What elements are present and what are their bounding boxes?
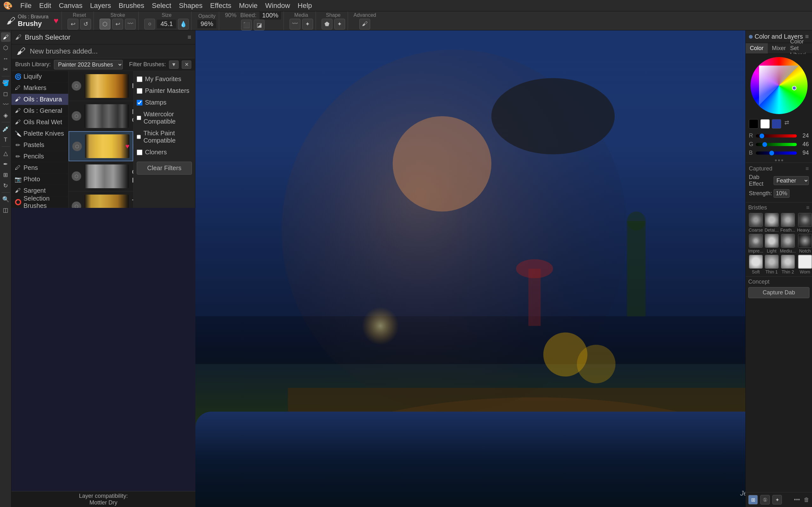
size-value[interactable]: 45.1: [157, 20, 176, 28]
color-wheel[interactable]: [751, 57, 808, 114]
transform-tool-btn[interactable]: ↔: [1, 54, 10, 63]
bristles-menu-btn[interactable]: ≡: [806, 205, 809, 211]
stroke-type-btn[interactable]: ⬡: [100, 19, 110, 30]
dab-effect-select[interactable]: Feather: [774, 176, 809, 185]
smear-tool-btn[interactable]: 〰: [1, 100, 10, 109]
clear-filters-button[interactable]: Clear Filters: [137, 162, 192, 175]
brush-item-buttery[interactable]: ⬡ Buttery: [68, 71, 133, 101]
bristle-thin2[interactable]: Thin 2: [780, 255, 796, 274]
bristle-heavy[interactable]: Heavy...: [797, 213, 812, 233]
brush-favorite-button[interactable]: ♥: [54, 16, 58, 26]
category-item-pastels[interactable]: ✏ Pastels: [11, 139, 68, 151]
thick-paint-compatible-checkbox[interactable]: [137, 134, 141, 140]
brush-item-chip-bristle[interactable]: ⬡ Chip Bristle: [68, 161, 133, 191]
more-options-btn[interactable]: •••: [794, 497, 800, 503]
opacity-value[interactable]: 96%: [197, 20, 216, 28]
captured-menu-btn[interactable]: ≡: [805, 165, 809, 172]
size-circle-btn[interactable]: ○: [144, 19, 155, 30]
eyedrop-tool-btn[interactable]: 💉: [1, 124, 10, 134]
crop-tool-btn[interactable]: ✂: [1, 65, 10, 74]
shape-type-btn[interactable]: ⬟: [322, 19, 333, 30]
rotate-tool-btn[interactable]: ↻: [1, 181, 10, 190]
menu-window[interactable]: Window: [265, 2, 290, 10]
media-blend-btn[interactable]: ◪: [254, 20, 264, 31]
undo-btn[interactable]: ↺: [80, 19, 91, 30]
capture-dab-button[interactable]: Capture Dab: [748, 287, 809, 298]
fill-tool-btn[interactable]: 🪣: [1, 78, 10, 88]
brush-panel-menu-btn[interactable]: ≡: [188, 34, 191, 41]
category-item-liquify[interactable]: 🌀 Liquify: [11, 71, 68, 82]
brush-item-brushy[interactable]: ⬡ Brushy ♥: [68, 131, 133, 161]
menu-layers[interactable]: Layers: [90, 2, 111, 10]
brush-item-textured-stipple[interactable]: ⬡ Textured Stipple: [68, 191, 133, 208]
bristle-detail[interactable]: Detai...: [764, 213, 778, 233]
swap-colors-btn[interactable]: ⇄: [784, 119, 789, 129]
color-tab-mixer[interactable]: Mixer: [768, 43, 790, 54]
swatch-current-color[interactable]: [772, 119, 781, 129]
category-item-pencils[interactable]: ✏ Pencils: [11, 151, 68, 162]
eraser-tool-btn[interactable]: ◻: [1, 89, 10, 99]
brush-item-messy-oil[interactable]: ⬡ Messy Oil: [68, 101, 133, 131]
swatch-white[interactable]: [760, 119, 770, 129]
color-tab-color[interactable]: Color: [746, 43, 768, 54]
media-texture-btn[interactable]: ✦: [302, 19, 313, 30]
size-drop-btn[interactable]: 💧: [178, 19, 189, 30]
category-item-oils-general[interactable]: 🖌 Oils : General: [11, 105, 68, 117]
filter-stamps[interactable]: Stamps: [137, 98, 192, 107]
menu-select[interactable]: Select: [152, 2, 171, 10]
watercolor-compatible-checkbox[interactable]: [137, 115, 141, 121]
category-item-oils-bravura[interactable]: 🖌 Oils : Bravura: [11, 94, 68, 105]
library-select[interactable]: Painter 2022 Brushes: [54, 60, 123, 69]
bristle-coarse[interactable]: Coarse: [748, 213, 763, 233]
bristle-imprecise[interactable]: Impre...: [748, 234, 763, 253]
category-item-palette-knives[interactable]: 🔪 Palette Knives: [11, 128, 68, 139]
layers-view-btn[interactable]: ⊞: [748, 495, 758, 504]
b-slider[interactable]: [756, 152, 797, 155]
channels-view-btn[interactable]: ①: [760, 495, 770, 504]
bristle-notch[interactable]: Notch: [797, 234, 812, 253]
menu-file[interactable]: File: [20, 2, 32, 10]
advanced-btn[interactable]: 🖌: [359, 19, 370, 30]
my-favorites-checkbox[interactable]: [137, 76, 142, 82]
menu-brushes[interactable]: Brushes: [119, 2, 144, 10]
stroke-mode-btn[interactable]: 〰: [125, 19, 136, 30]
filter-btn[interactable]: ▼: [169, 60, 179, 69]
category-item-pens[interactable]: 🖊 Pens: [11, 162, 68, 174]
bristle-light[interactable]: Light: [764, 234, 778, 253]
grid-tool-btn[interactable]: ⊞: [1, 170, 10, 180]
menu-help[interactable]: Help: [298, 2, 312, 10]
zoom-tool-btn[interactable]: 🔍: [1, 194, 10, 204]
category-item-oils-real-wet[interactable]: 🖌 Oils Real Wet: [11, 117, 68, 128]
paint-tool-btn[interactable]: 🖌: [1, 32, 10, 42]
menu-movie[interactable]: Movie: [239, 2, 258, 10]
menu-effects[interactable]: Effects: [210, 2, 232, 10]
select-tool-btn[interactable]: ⬡: [1, 43, 10, 53]
menu-canvas[interactable]: Canvas: [59, 2, 83, 10]
menu-shapes[interactable]: Shapes: [179, 2, 203, 10]
bristle-feather[interactable]: Feath...: [780, 213, 796, 233]
color-tab-color-set[interactable]: Color Set Librari...: [790, 43, 812, 54]
filter-clear-btn[interactable]: ✕: [182, 60, 191, 69]
bristle-soft[interactable]: Soft: [748, 255, 763, 274]
stamps-checkbox[interactable]: [137, 100, 142, 106]
media-mode-btn[interactable]: ⬛: [241, 20, 252, 31]
layer-btn[interactable]: ◫: [1, 205, 10, 215]
canvas-area[interactable]: Jeremiah Trammell: [195, 31, 812, 507]
r-slider[interactable]: [756, 134, 797, 137]
bristle-medium[interactable]: Mediu...: [780, 234, 796, 253]
text-tool-btn[interactable]: T: [1, 135, 10, 145]
blend-tool-btn[interactable]: ◈: [1, 111, 10, 120]
category-item-selection-brushes[interactable]: ⭕ Selection Brushes: [11, 196, 68, 208]
shape-tool-btn[interactable]: △: [1, 149, 10, 158]
menu-edit[interactable]: Edit: [39, 2, 51, 10]
filter-thick-paint-compatible[interactable]: Thick Paint Compatible: [137, 128, 192, 146]
cloners-checkbox[interactable]: [137, 150, 142, 155]
bleed-value[interactable]: 100%: [259, 11, 281, 20]
bristle-worn[interactable]: Worn: [797, 255, 812, 274]
filter-my-favorites[interactable]: My Favorites: [137, 74, 192, 84]
filter-watercolor-compatible[interactable]: Watercolor Compatible: [137, 109, 192, 126]
filter-cloners[interactable]: Cloners: [137, 147, 192, 157]
shape-randomize-btn[interactable]: ✦: [334, 19, 345, 30]
category-item-photo[interactable]: 📷 Photo: [11, 174, 68, 185]
media-flow-btn[interactable]: 〰: [290, 19, 300, 30]
